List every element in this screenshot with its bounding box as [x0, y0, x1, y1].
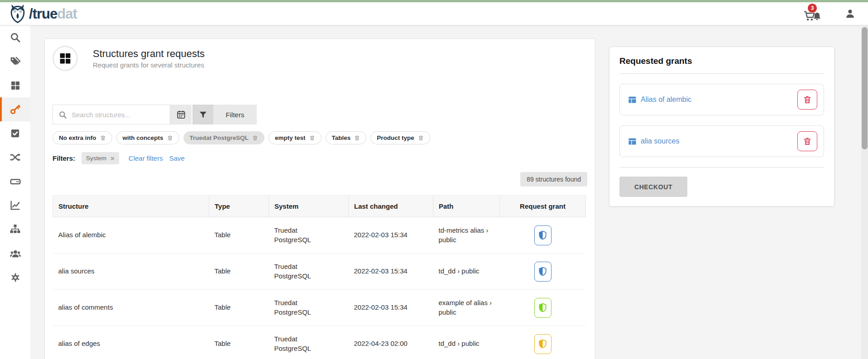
- cell-request-grant: [500, 326, 586, 359]
- users-icon: [10, 248, 21, 259]
- applied-filters-bar: Filters: System × Clear filters Save: [53, 152, 587, 164]
- truedat-logo[interactable]: /truedat: [8, 4, 77, 24]
- chip-truedat-postgresql[interactable]: Truedat PostgreSQL: [183, 131, 265, 144]
- chip-label: empty test: [275, 134, 306, 141]
- sidebar-item-dashboards[interactable]: [0, 193, 30, 217]
- sidebar-item-tags[interactable]: [0, 49, 30, 73]
- cell-system: Truedat PostgreSQL: [269, 217, 349, 254]
- sidebar-nav: [0, 25, 30, 359]
- remove-icon[interactable]: ×: [110, 155, 115, 162]
- scrollbar-thumb[interactable]: [862, 27, 868, 149]
- cell-structure: alia sources: [53, 254, 209, 290]
- grid-glyph-icon: [59, 53, 71, 64]
- sidebar-item-taxonomy[interactable]: [0, 217, 30, 241]
- remove-grant-button[interactable]: [797, 131, 817, 151]
- cell-path: td-metrics alias › public: [433, 217, 500, 254]
- shuffle-icon: [10, 152, 21, 163]
- applied-filter-label: System: [86, 155, 106, 162]
- table-row: alia sources Table Truedat PostgreSQL 20…: [53, 254, 586, 290]
- cell-path: td_dd › public: [433, 254, 500, 290]
- requested-grant-item: alia sources: [619, 125, 824, 157]
- shield-icon: [538, 230, 547, 240]
- divider: [619, 167, 824, 168]
- user-icon: [844, 8, 856, 19]
- chip-tables[interactable]: Tables: [326, 131, 367, 144]
- page-icon: [53, 46, 78, 71]
- cell-structure: alias of comments: [53, 290, 209, 326]
- column-header-path: Path: [433, 196, 500, 217]
- grant-item-label: Alias of alembic: [641, 96, 691, 104]
- cell-last-changed: 2022-02-03 15:34: [349, 254, 433, 290]
- cell-last-changed: 2022-04-23 02:00: [349, 326, 433, 359]
- grant-item-link[interactable]: Alias of alembic: [628, 96, 691, 104]
- chip-empty-test[interactable]: empty test: [269, 131, 321, 144]
- table-header-row: Structure Type System Last changed Path …: [53, 196, 586, 217]
- chip-product-type[interactable]: Product type: [370, 131, 430, 144]
- sidebar-item-dashboard[interactable]: [0, 73, 30, 97]
- request-grant-button[interactable]: [534, 262, 551, 282]
- trash-icon[interactable]: [100, 135, 106, 141]
- search-icon: [10, 32, 21, 43]
- request-grant-button[interactable]: [534, 334, 551, 354]
- search-field: [53, 105, 170, 124]
- date-filter-button[interactable]: [170, 105, 192, 124]
- shield-icon: [538, 302, 547, 313]
- cell-last-changed: 2022-02-03 15:34: [349, 290, 433, 326]
- page-header: Structures grant requests Request grants…: [53, 46, 587, 71]
- filter-toggle-button[interactable]: [192, 105, 213, 124]
- cell-type: Table: [209, 326, 269, 359]
- page-title: Structures grant requests: [93, 48, 205, 60]
- trash-icon[interactable]: [309, 135, 315, 141]
- save-filters-link[interactable]: Save: [169, 154, 185, 162]
- brand-name: /truedat: [29, 7, 77, 21]
- sidebar-item-quality[interactable]: [0, 121, 30, 145]
- grant-item-label: alia sources: [641, 137, 679, 145]
- applied-filters-label: Filters:: [53, 154, 75, 162]
- trash-icon: [803, 137, 812, 146]
- gear-icon: [10, 272, 21, 283]
- sidebar-item-search[interactable]: [0, 25, 30, 49]
- divider: [619, 73, 824, 74]
- hard-drive-icon: [10, 176, 21, 187]
- request-grant-button[interactable]: [534, 225, 551, 245]
- chip-with-concepts[interactable]: with concepts: [116, 131, 179, 144]
- remove-grant-button[interactable]: [797, 90, 817, 110]
- cell-last-changed: 2022-02-03 15:34: [349, 217, 433, 254]
- sidebar-item-users[interactable]: [0, 241, 30, 265]
- trash-icon[interactable]: [418, 135, 424, 141]
- filter-chips: No extra info with concepts Truedat Post…: [53, 131, 587, 144]
- requested-grants-panel: Requested grants Alias of alembic alia s…: [609, 47, 834, 206]
- page-scrollbar[interactable]: [861, 25, 868, 359]
- filters-button[interactable]: Filters: [213, 105, 257, 124]
- chart-line-icon: [10, 200, 21, 211]
- search-input[interactable]: [72, 111, 164, 119]
- trash-icon[interactable]: [354, 135, 360, 141]
- sidebar-item-sources[interactable]: [0, 169, 30, 193]
- sidebar-item-lineage[interactable]: [0, 145, 30, 169]
- filters-button-label: Filters: [226, 111, 245, 119]
- cell-structure: Alias of alembic: [53, 217, 209, 254]
- trash-icon[interactable]: [167, 135, 173, 141]
- structures-grant-requests-card: Structures grant requests Request grants…: [44, 38, 595, 359]
- user-menu-button[interactable]: [844, 8, 856, 19]
- sidebar-item-grants[interactable]: [0, 97, 30, 121]
- table-icon: [628, 138, 637, 145]
- sidebar-item-settings[interactable]: [0, 265, 30, 289]
- grant-item-link[interactable]: alia sources: [628, 137, 679, 145]
- results-row: 89 structures found: [53, 172, 587, 187]
- chip-label: No extra info: [59, 134, 96, 141]
- cart-count-badge: 3: [807, 3, 817, 13]
- cell-system: Truedat PostgreSQL: [269, 326, 349, 359]
- applied-filter-system: System ×: [82, 152, 119, 164]
- trash-icon[interactable]: [252, 135, 258, 141]
- checkout-button[interactable]: CHECKOUT: [619, 177, 687, 197]
- cell-request-grant: [500, 254, 586, 290]
- app-header: /truedat 3: [0, 2, 868, 25]
- clear-filters-link[interactable]: Clear filters: [129, 154, 163, 162]
- sitemap-icon: [10, 224, 21, 235]
- chip-no-extra-info[interactable]: No extra info: [53, 131, 112, 144]
- search-toolbar: Filters: [53, 105, 257, 124]
- cell-request-grant: [500, 290, 586, 326]
- cart-button[interactable]: 3: [803, 10, 822, 21]
- request-grant-button[interactable]: [534, 298, 551, 318]
